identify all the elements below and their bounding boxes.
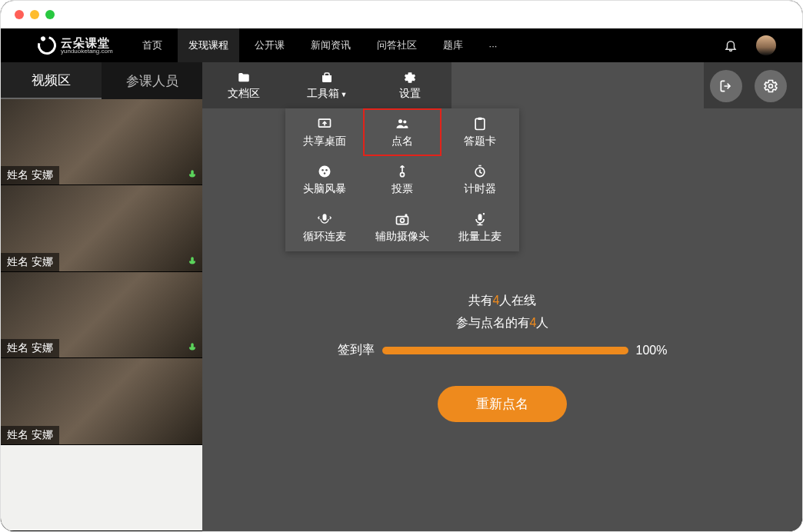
exit-icon <box>718 78 734 94</box>
svg-point-10 <box>400 173 404 177</box>
notifications-icon[interactable] <box>724 38 738 52</box>
checkin-rate-label: 签到率 <box>338 342 375 358</box>
toolbar-docs[interactable]: 文档区 <box>202 62 285 108</box>
mic-icon[interactable] <box>187 342 198 353</box>
timer-icon <box>471 164 488 179</box>
rollcall-count-text: 参与点名的有4人 <box>456 315 549 331</box>
brainstorm-icon <box>316 164 333 179</box>
checkin-rate-row: 签到率 100% <box>338 342 668 358</box>
logo-main: 云朵课堂 <box>61 37 113 48</box>
answer-card-icon <box>471 116 488 131</box>
video-tile-empty <box>1 445 202 531</box>
settings-gear-button[interactable] <box>755 70 787 102</box>
window-titlebar <box>1 1 802 28</box>
svg-point-0 <box>769 85 773 88</box>
tool-timer[interactable]: 计时器 <box>441 156 519 204</box>
video-tile[interactable]: 姓名 安娜 <box>1 185 202 271</box>
checkin-rate-value: 100% <box>636 344 668 357</box>
tool-rollcall[interactable]: 点名 <box>363 108 441 156</box>
window-max-icon[interactable] <box>45 10 55 19</box>
svg-point-2 <box>398 119 402 123</box>
main-toolbar: 文档区 工具箱▼ 设置 <box>202 62 802 108</box>
nav-question-bank[interactable]: 题库 <box>432 28 474 62</box>
people-icon <box>394 116 411 131</box>
logo-sub: yunduoketang.com <box>61 48 113 55</box>
content-area: 视频区 参课人员 姓名 安娜 姓名 安娜 姓名 安娜 姓名 安娜 <box>1 62 802 531</box>
camera-icon <box>394 211 411 227</box>
rollcall-result: 共有4人在线 参与点名的有4人 签到率 100% 重新点名 <box>202 293 802 422</box>
left-panel: 视频区 参课人员 姓名 安娜 姓名 安娜 姓名 安娜 姓名 安娜 <box>1 62 202 531</box>
mic-icon[interactable] <box>187 169 198 180</box>
svg-rect-5 <box>478 118 482 120</box>
gear-icon <box>402 71 418 85</box>
video-list: 姓名 安娜 姓名 安娜 姓名 安娜 姓名 安娜 <box>1 99 202 531</box>
window-min-icon[interactable] <box>30 10 39 19</box>
top-nav: 云朵课堂 yunduoketang.com 首页 发现课程 公开课 新闻资讯 问… <box>1 28 802 62</box>
tool-vote[interactable]: 投票 <box>363 156 441 204</box>
tab-video-area[interactable]: 视频区 <box>1 62 102 99</box>
gear-icon <box>763 78 778 94</box>
window-close-icon[interactable] <box>15 10 24 19</box>
toolbox-dropdown: 共享桌面 点名 答题卡 头脑风暴 投票 <box>285 108 519 251</box>
svg-rect-16 <box>478 214 482 220</box>
folder-icon <box>236 71 252 85</box>
batch-mic-icon <box>471 211 488 227</box>
svg-rect-13 <box>396 217 408 224</box>
loop-mic-icon <box>316 211 333 227</box>
retry-rollcall-button[interactable]: 重新点名 <box>438 386 567 422</box>
nav-home[interactable]: 首页 <box>132 28 173 62</box>
tool-loop-mic[interactable]: 循环连麦 <box>285 204 363 251</box>
toolbox-icon <box>319 71 335 85</box>
left-panel-tabs: 视频区 参课人员 <box>1 62 202 99</box>
chevron-down-icon: ▼ <box>341 91 348 98</box>
logo-icon <box>35 33 60 58</box>
nav-public-courses[interactable]: 公开课 <box>244 28 295 62</box>
participant-name: 姓名 安娜 <box>1 426 59 444</box>
participant-name: 姓名 安娜 <box>1 339 59 357</box>
svg-point-6 <box>318 166 330 178</box>
svg-point-8 <box>325 169 328 171</box>
svg-point-14 <box>400 218 404 222</box>
video-tile[interactable]: 姓名 安娜 <box>1 99 202 185</box>
logo[interactable]: 云朵课堂 yunduoketang.com <box>38 36 113 55</box>
exit-button[interactable] <box>710 70 742 102</box>
mic-icon[interactable] <box>187 256 198 267</box>
svg-point-3 <box>403 120 406 123</box>
svg-point-9 <box>323 172 325 175</box>
tool-batch-mic[interactable]: 批量上麦 <box>441 204 519 251</box>
svg-rect-12 <box>322 214 326 220</box>
main-panel: 文档区 工具箱▼ 设置 <box>202 62 802 531</box>
svg-rect-4 <box>475 118 485 129</box>
app-window: 云朵课堂 yunduoketang.com 首页 发现课程 公开课 新闻资讯 问… <box>0 0 803 532</box>
toolbar-toolbox[interactable]: 工具箱▼ <box>285 62 368 108</box>
tool-aux-camera[interactable]: 辅助摄像头 <box>363 204 441 251</box>
share-desktop-icon <box>316 116 333 131</box>
toolbar-settings[interactable]: 设置 <box>368 62 451 108</box>
vote-icon <box>394 164 411 179</box>
nav-discover-courses[interactable]: 发现课程 <box>178 28 239 62</box>
tab-participants[interactable]: 参课人员 <box>102 62 202 99</box>
nav-more[interactable]: ··· <box>478 30 508 62</box>
nav-news[interactable]: 新闻资讯 <box>300 28 362 62</box>
participant-name: 姓名 安娜 <box>1 253 59 271</box>
svg-point-7 <box>322 169 324 171</box>
tool-brainstorm[interactable]: 头脑风暴 <box>285 156 363 204</box>
user-avatar[interactable] <box>756 35 776 55</box>
video-tile[interactable]: 姓名 安娜 <box>1 272 202 358</box>
tool-share-desktop[interactable]: 共享桌面 <box>285 108 363 156</box>
video-tile[interactable]: 姓名 安娜 <box>1 358 202 444</box>
participant-name: 姓名 安娜 <box>1 166 59 185</box>
checkin-progress-bar <box>382 347 628 354</box>
tool-answer-card[interactable]: 答题卡 <box>441 108 519 156</box>
nav-qa-community[interactable]: 问答社区 <box>366 28 428 62</box>
online-count-text: 共有4人在线 <box>468 293 537 309</box>
